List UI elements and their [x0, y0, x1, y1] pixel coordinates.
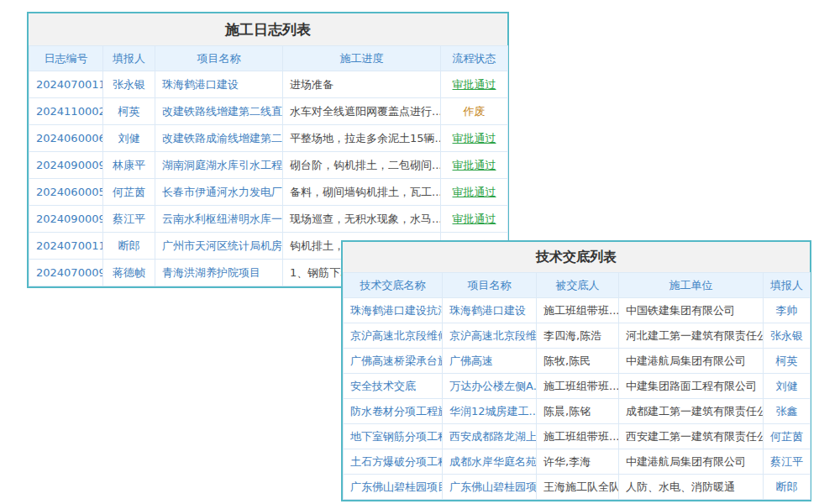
log_panel-cell-status[interactable]: 审批通过: [441, 71, 508, 98]
disclosure_panel-cell-person: 李四海,陈浩: [537, 323, 619, 349]
disclosure_panel-cell-name[interactable]: 地下室钢筋分项工程...: [344, 424, 443, 449]
table-row: 2024070011张永银珠海鹤港口建设进场准备审批通过: [29, 71, 508, 98]
table-row: 2024060006刘健改建铁路成渝线增建第二...平整场地，拉走多余泥土15辆…: [29, 125, 508, 152]
disclosure_panel-cell-name[interactable]: 土石方爆破分项工程...: [344, 449, 443, 475]
log_panel-column-header-0: 日志编号: [29, 46, 103, 71]
disclosure_panel-column-header-2: 被交底人: [537, 273, 619, 298]
disclosure_panel-cell-reporter[interactable]: 柯英: [764, 349, 811, 374]
log_panel-cell-progress: 平整场地，拉走多余泥土15辆...: [283, 125, 441, 152]
log_panel-cell-id[interactable]: 2024070011: [29, 233, 103, 260]
log_panel-cell-status[interactable]: 审批通过: [441, 152, 508, 179]
log_panel-cell-reporter[interactable]: 断郎: [103, 233, 155, 260]
disclosure_panel-cell-name[interactable]: 防水卷材分项工程施...: [344, 399, 443, 424]
log_panel-cell-id[interactable]: 2024070011: [29, 71, 103, 98]
table-row: 安全技术交底万达办公楼左侧A...施工班组带班...中建集团路面工程有限公司刘健: [344, 374, 811, 399]
log_panel-cell-project[interactable]: 长春市伊通河水力发电厂...: [155, 179, 283, 206]
log_panel-cell-status[interactable]: 审批通过: [441, 206, 508, 233]
log_panel-cell-reporter[interactable]: 林康平: [103, 152, 155, 179]
disclosure_panel-cell-person: 陈牧,陈民: [537, 349, 619, 374]
log_panel-cell-reporter[interactable]: 柯英: [103, 98, 155, 125]
table-row: 2024060005何芷茵长春市伊通河水力发电厂...备料，砌间墙钩机排土，瓦工…: [29, 179, 508, 206]
disclosure_panel-cell-project[interactable]: 万达办公楼左侧A...: [443, 374, 537, 399]
disclosure_panel-cell-project[interactable]: 珠海鹤港口建设: [443, 298, 537, 323]
log_panel-cell-reporter[interactable]: 蔡江平: [103, 206, 155, 233]
disclosure_panel-cell-name[interactable]: 广佛高速桥梁承台施...: [344, 349, 443, 374]
table-row: 地下室钢筋分项工程...西安成都路龙湖上...施工班组带班...西安建工第一建筑…: [344, 424, 811, 449]
disclosure_panel-cell-person: 施工班组带班...: [537, 424, 619, 449]
disclosure_panel-cell-reporter[interactable]: 断郎: [764, 475, 811, 500]
disclosure_panel-cell-project[interactable]: 广佛高速: [443, 349, 537, 374]
log_panel-cell-status[interactable]: 审批通过: [441, 125, 508, 152]
disclosure_panel-column-header-4: 填报人: [764, 273, 811, 298]
disclosure_panel-cell-reporter[interactable]: 何芷茵: [764, 424, 811, 449]
log_panel-cell-reporter[interactable]: 张永银: [103, 71, 155, 98]
log_panel-cell-reporter[interactable]: 蒋德帧: [103, 260, 155, 286]
disclosure_panel-cell-unit: 河北建工第一建筑有限责任公司: [619, 323, 764, 349]
log_panel-cell-id[interactable]: 2024060005: [29, 179, 103, 206]
table-row: 2024090009蔡江平云南水利枢纽潜明水库一...现场巡查，无积水现象，水马…: [29, 206, 508, 233]
log_panel-cell-project[interactable]: 广州市天河区统计局机房...: [155, 233, 283, 260]
log_panel-column-header-2: 项目名称: [155, 46, 283, 71]
table-row: 广佛高速桥梁承台施...广佛高速陈牧,陈民中建港航局集团有限公司柯英: [344, 349, 811, 374]
log_panel-column-header-3: 施工进度: [283, 46, 441, 71]
table-row: 京沪高速北京段维修...京沪高速北京段维修李四海,陈浩河北建工第一建筑有限责任公…: [344, 323, 811, 349]
disclosure_panel-cell-name[interactable]: 广东佛山碧桂园项目...: [344, 475, 443, 500]
disclosure_panel-cell-reporter[interactable]: 李帅: [764, 298, 811, 323]
log_panel-cell-project[interactable]: 改建铁路线增建第二线直...: [155, 98, 283, 125]
log_panel-cell-reporter[interactable]: 何芷茵: [103, 179, 155, 206]
log_panel-cell-project[interactable]: 青海洪湖养护院项目: [155, 260, 283, 286]
disclosure_panel-cell-project[interactable]: 华润12城房建工...: [443, 399, 537, 424]
log_panel-column-header-1: 填报人: [103, 46, 155, 71]
disclosure_panel-cell-unit: 成都建工第一建筑有限责任公司: [619, 399, 764, 424]
disclosure_panel-column-header-3: 施工单位: [619, 273, 764, 298]
disclosure_panel-cell-unit: 中建港航局集团有限公司: [619, 449, 764, 475]
construction-log-title: 施工日志列表: [29, 13, 507, 45]
log_panel-cell-id[interactable]: 2024070009: [29, 260, 103, 286]
log_panel-cell-id[interactable]: 2024060006: [29, 125, 103, 152]
log_panel-cell-id[interactable]: 2024090009: [29, 206, 103, 233]
log_panel-cell-progress: 水车对全线遮阳网覆盖点进行...: [283, 98, 441, 125]
disclosure_panel-cell-person: 王海施工队全队: [537, 475, 619, 500]
disclosure_panel-column-header-1: 项目名称: [443, 273, 537, 298]
disclosure_panel-cell-unit: 中建集团路面工程有限公司: [619, 374, 764, 399]
tech-disclosure-title: 技术交底列表: [343, 242, 810, 272]
log_panel-cell-id[interactable]: 2024090009: [29, 152, 103, 179]
log_panel-cell-progress: 备料，砌间墙钩机排土，瓦工...: [283, 179, 441, 206]
log_panel-cell-reporter[interactable]: 刘健: [103, 125, 155, 152]
disclosure_panel-column-header-0: 技术交底名称: [344, 273, 443, 298]
log_panel-cell-project[interactable]: 珠海鹤港口建设: [155, 71, 283, 98]
disclosure_panel-cell-person: 陈晨,陈铭: [537, 399, 619, 424]
log_panel-column-header-4: 流程状态: [441, 46, 508, 71]
disclosure_panel-cell-reporter[interactable]: 张永银: [764, 323, 811, 349]
log_panel-cell-progress: 现场巡查，无积水现象，水马...: [283, 206, 441, 233]
table-row: 广东佛山碧桂园项目...广东佛山碧桂园项目王海施工队全队人防、水电、消防暖通断郎: [344, 475, 811, 500]
disclosure_panel-cell-name[interactable]: 珠海鹤港口建设抗浮...: [344, 298, 443, 323]
disclosure_panel-cell-reporter[interactable]: 张鑫: [764, 399, 811, 424]
log_panel-cell-project[interactable]: 云南水利枢纽潜明水库一...: [155, 206, 283, 233]
disclosure_panel-cell-project[interactable]: 广东佛山碧桂园项目: [443, 475, 537, 500]
table-row: 防水卷材分项工程施...华润12城房建工...陈晨,陈铭成都建工第一建筑有限责任…: [344, 399, 811, 424]
tech-disclosure-panel: 技术交底列表 技术交底名称项目名称被交底人施工单位填报人 珠海鹤港口建设抗浮..…: [341, 240, 811, 501]
construction-log-header-row: 日志编号填报人项目名称施工进度流程状态: [29, 46, 508, 71]
disclosure_panel-cell-project[interactable]: 成都水岸华庭名苑...: [443, 449, 537, 475]
tech-disclosure-header-row: 技术交底名称项目名称被交底人施工单位填报人: [344, 273, 811, 298]
log_panel-cell-project[interactable]: 湖南洞庭湖水库引水工程...: [155, 152, 283, 179]
disclosure_panel-cell-unit: 西安建工第一建筑有限责任公司: [619, 424, 764, 449]
disclosure_panel-cell-reporter[interactable]: 刘健: [764, 374, 811, 399]
disclosure_panel-cell-person: 施工班组带班...: [537, 374, 619, 399]
log_panel-cell-project[interactable]: 改建铁路成渝线增建第二...: [155, 125, 283, 152]
disclosure_panel-cell-person: 施工班组带班...: [537, 298, 619, 323]
log_panel-cell-status[interactable]: 作废: [441, 98, 508, 125]
table-row: 珠海鹤港口建设抗浮...珠海鹤港口建设施工班组带班...中国铁建集团有限公司李帅: [344, 298, 811, 323]
disclosure_panel-cell-project[interactable]: 西安成都路龙湖上...: [443, 424, 537, 449]
log_panel-cell-progress: 进场准备: [283, 71, 441, 98]
disclosure_panel-cell-name[interactable]: 京沪高速北京段维修...: [344, 323, 443, 349]
disclosure_panel-cell-project[interactable]: 京沪高速北京段维修: [443, 323, 537, 349]
disclosure_panel-cell-unit: 中建港航局集团有限公司: [619, 349, 764, 374]
log_panel-cell-progress: 砌台阶，钩机排土，二包砌间...: [283, 152, 441, 179]
log_panel-cell-status[interactable]: 审批通过: [441, 179, 508, 206]
disclosure_panel-cell-name[interactable]: 安全技术交底: [344, 374, 443, 399]
disclosure_panel-cell-reporter[interactable]: 蔡江平: [764, 449, 811, 475]
tech-disclosure-table: 技术交底名称项目名称被交底人施工单位填报人 珠海鹤港口建设抗浮...珠海鹤港口建…: [343, 272, 811, 500]
log_panel-cell-id[interactable]: 2024110002: [29, 98, 103, 125]
